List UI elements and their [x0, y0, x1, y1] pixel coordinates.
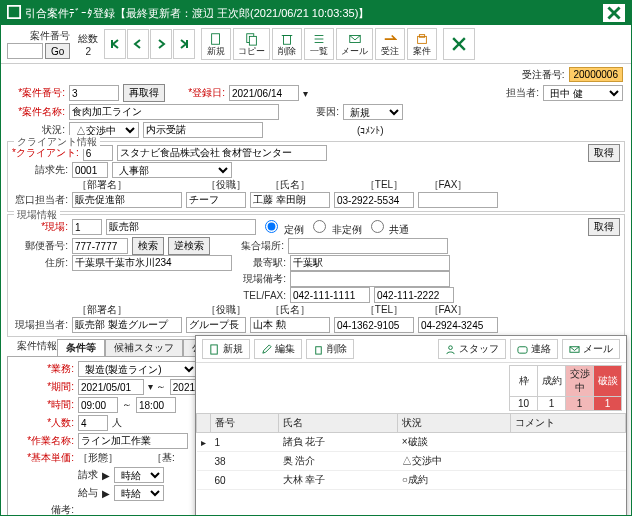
case-name-label: *案件名称:	[9, 105, 65, 119]
client-acquire-button[interactable]: 取得	[588, 144, 620, 162]
table-row: ▸1諸負 花子×破談	[197, 433, 626, 452]
contact-role-field[interactable]	[186, 192, 246, 208]
pay-rate-select[interactable]: 時給	[114, 485, 164, 501]
count-field[interactable]	[78, 415, 108, 431]
delete-button[interactable]: 削除	[272, 28, 302, 60]
case-no-field[interactable]	[69, 85, 119, 101]
client-name-field[interactable]	[117, 145, 327, 161]
case-no-input[interactable]	[7, 43, 43, 59]
table-row: 38奥 浩介△交渉中	[197, 452, 626, 471]
toolbar-close-button[interactable]	[443, 28, 475, 60]
svg-rect-19	[211, 344, 217, 353]
sub-edit-button[interactable]: 編集	[254, 339, 302, 359]
comment-label: (ｺﾒﾝﾄ)	[357, 125, 384, 136]
candidate-subwindow: 新規 編集 削除 スタッフ 連絡 メール 枠成約交渉中破談 10111 番号氏名…	[195, 335, 627, 516]
near-field[interactable]	[290, 255, 450, 271]
site-note-field[interactable]	[290, 271, 450, 287]
nav-last-button[interactable]	[173, 29, 195, 59]
site-role-field[interactable]	[186, 317, 246, 333]
main-toolbar: 案件番号 Go 総数 2 新規 コピー 削除 一覧 メール 受注 案件	[1, 25, 631, 64]
work-select[interactable]: 製造(製造ライン)	[78, 361, 198, 377]
svg-rect-6	[212, 34, 220, 45]
list-button[interactable]: 一覧	[304, 28, 334, 60]
window-title: 引合案件ﾃﾞｰﾀ登録【最終更新者：渡辺 王次郎(2021/06/21 10:03…	[25, 6, 369, 21]
go-button[interactable]: Go	[45, 43, 70, 59]
total-value: 2	[78, 46, 98, 57]
site-person-field[interactable]	[250, 317, 330, 333]
tab-candidates[interactable]: 候補スタッフ	[105, 339, 183, 356]
order-button[interactable]: 受注	[375, 28, 405, 60]
app-icon	[7, 5, 21, 21]
order-no-label: 受注番号:	[522, 68, 565, 82]
taskname-field[interactable]	[78, 433, 188, 449]
bill-rate-select[interactable]: 時給	[114, 467, 164, 483]
sub-staff-button[interactable]: スタッフ	[438, 339, 506, 359]
zip-search-button[interactable]: 検索	[132, 237, 164, 255]
site-fax2-field[interactable]	[418, 317, 498, 333]
svg-rect-20	[316, 346, 322, 353]
new-button[interactable]: 新規	[201, 28, 231, 60]
sub-delete-button[interactable]: 削除	[306, 339, 354, 359]
sub-new-button[interactable]: 新規	[202, 339, 250, 359]
contact-dept-field[interactable]	[72, 192, 182, 208]
addr-field[interactable]	[72, 255, 232, 271]
order-no-value: 20000006	[569, 67, 624, 82]
internal-field[interactable]	[143, 122, 263, 138]
site-acquire-button[interactable]: 取得	[588, 218, 620, 236]
zip-revsearch-button[interactable]: 逆検索	[168, 237, 210, 255]
nav-first-button[interactable]	[104, 29, 126, 59]
copy-button[interactable]: コピー	[233, 28, 270, 60]
client-groupbox: クライアント情報 *クライアント: 取得 請求先: 人事部 ［部署名］ ［役職］…	[7, 141, 625, 212]
case-name-field[interactable]	[69, 104, 279, 120]
svg-rect-9	[284, 36, 291, 45]
svg-rect-1	[9, 7, 20, 18]
nav-next-button[interactable]	[150, 29, 172, 59]
sub-contact-button[interactable]: 連絡	[510, 339, 558, 359]
site-groupbox: 現場情報 *現場: 定例 非定例 共通 取得 郵便番号: 検索 逆検索 集合場所…	[7, 214, 625, 337]
bill-name-select[interactable]: 人事部	[112, 162, 232, 178]
radio-common[interactable]: 共通	[366, 217, 410, 237]
mail-button[interactable]: メール	[336, 28, 373, 60]
titlebar: 引合案件ﾃﾞｰﾀ登録【最終更新者：渡辺 王次郎(2021/06/21 10:03…	[1, 1, 631, 25]
zip-field[interactable]	[72, 238, 128, 254]
reg-date-field[interactable]	[229, 85, 299, 101]
case-button[interactable]: 案件	[407, 28, 437, 60]
time-from-field[interactable]	[78, 397, 118, 413]
contact-name-field[interactable]	[250, 192, 330, 208]
calendar-icon[interactable]: ▾	[303, 88, 308, 99]
radio-irregular[interactable]: 非定例	[308, 217, 362, 237]
reg-date-label: *登録日:	[169, 86, 225, 100]
site-no-field[interactable]	[72, 219, 102, 235]
sub-mail-button[interactable]: メール	[562, 339, 620, 359]
case-no-label2: *案件番号:	[9, 86, 65, 100]
site-name-field[interactable]	[106, 219, 256, 235]
table-row: 60大林 幸子○成約	[197, 471, 626, 490]
radio-regular[interactable]: 定例	[260, 217, 304, 237]
stats-table: 枠成約交渉中破談 10111	[509, 365, 622, 411]
site-tel-field[interactable]	[290, 287, 370, 303]
candidate-grid[interactable]: 番号氏名状況コメント ▸1諸負 花子×破談 38奥 浩介△交渉中 60大林 幸子…	[196, 413, 626, 490]
factor-select[interactable]: 新規	[343, 104, 403, 120]
period-from-field[interactable]	[78, 379, 144, 395]
case-no-label: 案件番号	[7, 29, 70, 43]
svg-rect-8	[249, 36, 256, 45]
factor-label: 要因:	[283, 105, 339, 119]
site-dept-field[interactable]	[72, 317, 182, 333]
svg-rect-22	[518, 346, 527, 352]
window-close-button[interactable]	[603, 4, 625, 22]
meet-field[interactable]	[288, 238, 448, 254]
total-label: 総数	[78, 32, 98, 46]
tab-conditions[interactable]: 条件等	[57, 339, 105, 356]
person-label: 担当者:	[483, 86, 539, 100]
nav-prev-button[interactable]	[127, 29, 149, 59]
person-select[interactable]: 田中 健	[543, 85, 623, 101]
contact-tel-field[interactable]	[334, 192, 414, 208]
svg-point-21	[449, 345, 453, 349]
bill-no-field[interactable]	[72, 162, 108, 178]
reacquire-button[interactable]: 再取得	[123, 84, 165, 102]
site-tel2-field[interactable]	[334, 317, 414, 333]
site-fax-field[interactable]	[374, 287, 454, 303]
contact-fax-field[interactable]	[418, 192, 498, 208]
time-to-field[interactable]	[136, 397, 176, 413]
